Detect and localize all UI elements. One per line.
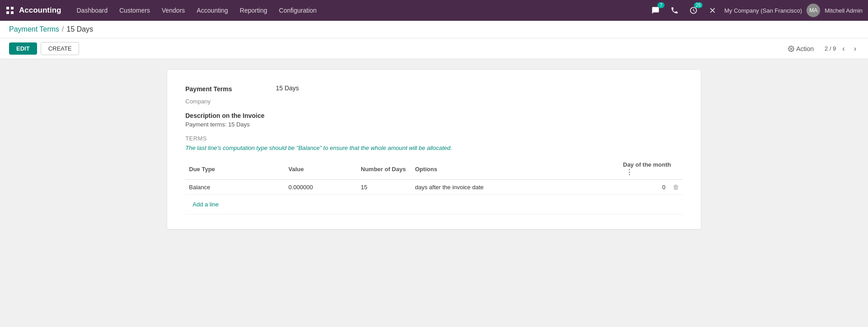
description-value: Payment terms: 15 Days (185, 121, 683, 128)
grid-menu-icon[interactable] (5, 6, 14, 15)
cell-day-of-month: 0 🗑 (619, 180, 683, 195)
edit-button[interactable]: EDIT (9, 42, 37, 55)
svg-rect-3 (11, 11, 14, 14)
nav-dashboard[interactable]: Dashboard (72, 4, 113, 17)
nav-accounting[interactable]: Accounting (192, 4, 232, 17)
prev-page-button[interactable]: ‹ (840, 44, 847, 54)
th-value: Value (285, 159, 357, 180)
toolbar: EDIT CREATE Action 2 / 9 ‹ › (0, 38, 868, 59)
pagination: 2 / 9 ‹ › (825, 44, 859, 54)
company-name: My Company (San Francisco) (724, 7, 802, 14)
top-navigation: Accounting Dashboard Customers Vendors A… (0, 0, 868, 21)
cell-value: 0.000000 (285, 180, 357, 195)
app-brand: Accounting (19, 6, 61, 15)
nav-customers[interactable]: Customers (115, 4, 155, 17)
cell-number-of-days: 15 (357, 180, 411, 195)
username: Mitchell Admin (825, 7, 863, 14)
svg-rect-2 (6, 11, 9, 14)
main-content: Payment Terms 15 Days Company Descriptio… (0, 59, 868, 240)
terms-note: The last line's computation type should … (185, 145, 683, 151)
nav-vendors[interactable]: Vendors (157, 4, 189, 17)
phone-icon-btn[interactable] (667, 3, 682, 18)
cell-due-type: Balance (185, 180, 285, 195)
svg-point-4 (790, 48, 792, 50)
add-line-row: Add a line (185, 195, 683, 215)
th-due-type: Due Type (185, 159, 285, 180)
payment-terms-label: Payment Terms (185, 84, 276, 93)
topnav-menu: Dashboard Customers Vendors Accounting R… (72, 4, 649, 17)
th-options: Options (411, 159, 619, 180)
svg-rect-0 (6, 7, 9, 9)
description-label: Description on the Invoice (185, 112, 683, 119)
action-button[interactable]: Action (788, 45, 814, 52)
activity-icon-btn[interactable]: 26 (686, 3, 701, 18)
terms-table: Due Type Value Number of Days Options Da… (185, 159, 683, 215)
pagination-text: 2 / 9 (825, 45, 836, 52)
breadcrumb-separator: / (62, 25, 64, 33)
cell-options: days after the invoice date (411, 180, 619, 195)
payment-terms-value: 15 Days (276, 84, 299, 92)
user-avatar[interactable]: MA (807, 4, 820, 17)
create-button[interactable]: CREATE (41, 42, 80, 55)
company-field: Company (185, 98, 683, 105)
payment-terms-row: Payment Terms 15 Days (185, 84, 683, 93)
messaging-badge: 7 (657, 2, 665, 8)
th-number-of-days: Number of Days (357, 159, 411, 180)
activity-badge: 26 (694, 2, 703, 8)
nav-configuration[interactable]: Configuration (274, 4, 321, 17)
nav-reporting[interactable]: Reporting (235, 4, 272, 17)
breadcrumb-current: 15 Days (66, 25, 93, 33)
gear-icon (788, 46, 794, 52)
close-icon-btn[interactable] (705, 3, 720, 18)
action-label: Action (796, 45, 814, 52)
delete-row-icon[interactable]: 🗑 (673, 183, 679, 191)
breadcrumb-parent[interactable]: Payment Terms (9, 25, 59, 33)
svg-rect-1 (11, 7, 14, 9)
table-menu-icon[interactable]: ⋮ (626, 168, 633, 176)
next-page-button[interactable]: › (851, 44, 859, 54)
th-day-of-month: Day of the month ⋮ (619, 159, 683, 180)
topnav-right: 7 26 My Company (San Francisco) MA Mitch… (648, 3, 863, 18)
record-card: Payment Terms 15 Days Company Descriptio… (167, 70, 701, 229)
messaging-icon-btn[interactable]: 7 (648, 3, 663, 18)
table-row: Balance 0.000000 15 days after the invoi… (185, 180, 683, 195)
terms-section-label: Terms (185, 135, 683, 142)
breadcrumb: Payment Terms / 15 Days (0, 21, 868, 38)
add-line-button[interactable]: Add a line (189, 198, 222, 210)
